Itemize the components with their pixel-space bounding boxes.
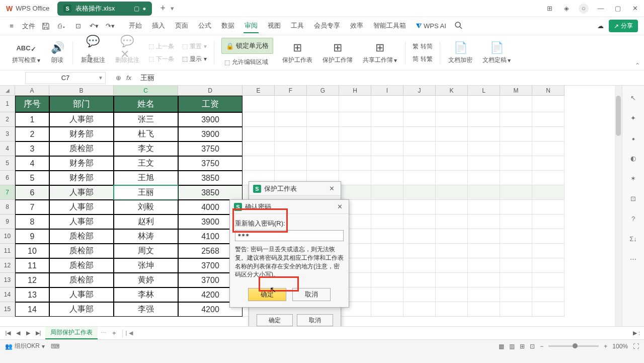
row-header[interactable]: 7 bbox=[0, 185, 15, 200]
empty-cell[interactable] bbox=[436, 96, 468, 112]
last-sheet-icon[interactable]: ▶| bbox=[34, 329, 42, 337]
column-header[interactable]: L bbox=[468, 86, 500, 96]
empty-cell[interactable] bbox=[404, 127, 436, 141]
style-icon[interactable]: ⬥ bbox=[627, 132, 639, 144]
empty-cell[interactable] bbox=[532, 96, 565, 112]
table-cell[interactable]: 5 bbox=[15, 171, 49, 185]
search-icon[interactable] bbox=[454, 21, 462, 31]
more-icon[interactable]: ⋯ bbox=[627, 253, 639, 265]
table-cell[interactable]: 3750 bbox=[178, 141, 243, 156]
reading-mode-icon[interactable]: ⊡ bbox=[530, 343, 535, 350]
next-sheet-icon[interactable]: ▶ bbox=[24, 329, 32, 337]
table-cell[interactable]: 8 bbox=[15, 214, 49, 229]
undo-icon[interactable]: ↶▾ bbox=[89, 21, 100, 32]
empty-cell[interactable] bbox=[339, 112, 371, 127]
empty-cell[interactable] bbox=[468, 229, 500, 244]
empty-cell[interactable] bbox=[404, 112, 436, 127]
empty-cell[interactable] bbox=[275, 127, 307, 141]
empty-cell[interactable] bbox=[339, 171, 371, 185]
column-header[interactable]: J bbox=[404, 86, 436, 96]
ribbon-tab-2[interactable]: 页面 bbox=[174, 19, 189, 33]
empty-cell[interactable] bbox=[468, 287, 500, 302]
empty-cell[interactable] bbox=[468, 112, 500, 127]
empty-cell[interactable] bbox=[339, 156, 371, 171]
preview-icon[interactable]: ⊡ bbox=[72, 21, 84, 32]
empty-cell[interactable] bbox=[468, 185, 500, 200]
zoom-slider[interactable] bbox=[548, 345, 599, 347]
ribbon-collapse-icon[interactable]: ⌃ bbox=[635, 62, 640, 69]
empty-cell[interactable] bbox=[307, 141, 339, 156]
row-header[interactable]: 2 bbox=[0, 112, 15, 127]
column-header[interactable]: G bbox=[307, 86, 339, 96]
wps-home-tab[interactable]: W WPS Office bbox=[0, 0, 55, 17]
empty-cell[interactable] bbox=[532, 200, 565, 214]
table-cell[interactable]: 3 bbox=[15, 141, 49, 156]
row-header[interactable]: 15 bbox=[0, 302, 15, 317]
reset-button[interactable]: ⬚ 重置 ▾ bbox=[179, 41, 210, 52]
table-cell[interactable]: 赵利 bbox=[114, 214, 178, 229]
column-header[interactable]: F bbox=[275, 86, 307, 96]
empty-cell[interactable] bbox=[404, 185, 436, 200]
table-cell[interactable]: 人事部 bbox=[49, 302, 114, 317]
keyboard-icon[interactable]: ⌨ bbox=[51, 343, 59, 350]
empty-cell[interactable] bbox=[275, 112, 307, 127]
show-button[interactable]: ⬚ 显示 ▾ bbox=[179, 54, 210, 64]
empty-cell[interactable] bbox=[404, 302, 436, 317]
column-header[interactable]: M bbox=[500, 86, 532, 96]
cube-icon[interactable]: ◈ bbox=[561, 4, 572, 14]
ribbon-tab-4[interactable]: 数据 bbox=[220, 19, 235, 33]
pin-icon[interactable]: ✦ bbox=[627, 112, 639, 124]
empty-cell[interactable] bbox=[371, 273, 404, 287]
empty-cell[interactable] bbox=[404, 171, 436, 185]
ribbon-tab-8[interactable]: 会员专享 bbox=[313, 19, 341, 33]
table-cell[interactable]: 张坤 bbox=[114, 258, 178, 273]
lock-cell-button[interactable]: 🔒 锁定单元格 bbox=[221, 38, 273, 54]
table-cell[interactable]: 人事部 bbox=[49, 200, 114, 214]
new-comment-button[interactable]: 💬₊ 新建批注 bbox=[77, 35, 109, 70]
empty-cell[interactable] bbox=[371, 127, 404, 141]
table-cell[interactable]: 财务部 bbox=[49, 127, 114, 141]
table-cell[interactable]: 质检部 bbox=[49, 141, 114, 156]
empty-cell[interactable] bbox=[532, 244, 565, 258]
empty-cell[interactable] bbox=[468, 214, 500, 229]
row-header[interactable]: 8 bbox=[0, 200, 15, 214]
to-simplified-button[interactable]: 繁 转简 bbox=[410, 41, 436, 52]
column-header[interactable]: I bbox=[371, 86, 404, 96]
empty-cell[interactable] bbox=[243, 96, 275, 112]
name-box[interactable]: C7 ▼ bbox=[25, 72, 106, 84]
protect-workbook-button[interactable]: ⊞ 保护工作簿 bbox=[318, 35, 357, 70]
empty-cell[interactable] bbox=[436, 273, 468, 287]
empty-cell[interactable] bbox=[371, 302, 404, 317]
table-cell[interactable]: 13 bbox=[15, 287, 49, 302]
empty-cell[interactable] bbox=[243, 112, 275, 127]
table-cell[interactable]: 4 bbox=[15, 156, 49, 171]
table-cell[interactable]: 王文 bbox=[114, 156, 178, 171]
table-cell[interactable]: 14 bbox=[15, 302, 49, 317]
share-workbook-button[interactable]: ⊞ 共享工作簿 ▾ bbox=[359, 35, 401, 70]
print-icon[interactable]: ⎙▾ bbox=[56, 21, 67, 32]
empty-cell[interactable] bbox=[500, 229, 532, 244]
empty-cell[interactable] bbox=[436, 112, 468, 127]
sheet-tab[interactable]: 局部保护工作表 bbox=[45, 327, 98, 339]
table-cell[interactable]: 质检部 bbox=[49, 258, 114, 273]
empty-cell[interactable] bbox=[339, 141, 371, 156]
column-header[interactable]: B bbox=[49, 86, 114, 96]
help-icon[interactable]: ? bbox=[627, 212, 639, 225]
tab-window-icon[interactable]: ▢ bbox=[134, 5, 139, 12]
table-cell[interactable]: 人事部 bbox=[49, 214, 114, 229]
row-header[interactable]: 11 bbox=[0, 244, 15, 258]
row-header[interactable]: 4 bbox=[0, 141, 15, 156]
empty-cell[interactable] bbox=[371, 258, 404, 273]
table-cell[interactable]: 3900 bbox=[178, 127, 243, 141]
encrypt-button[interactable]: 📄 文档加密 bbox=[444, 35, 476, 70]
empty-cell[interactable] bbox=[436, 302, 468, 317]
ribbon-tab-5[interactable]: 审阅 bbox=[244, 19, 259, 33]
empty-cell[interactable] bbox=[404, 244, 436, 258]
empty-cell[interactable] bbox=[404, 156, 436, 171]
empty-cell[interactable] bbox=[500, 273, 532, 287]
column-header[interactable]: H bbox=[339, 86, 371, 96]
empty-cell[interactable] bbox=[532, 258, 565, 273]
row-header[interactable]: 12 bbox=[0, 258, 15, 273]
empty-cell[interactable] bbox=[243, 156, 275, 171]
close-icon[interactable]: ✕ bbox=[335, 202, 345, 212]
